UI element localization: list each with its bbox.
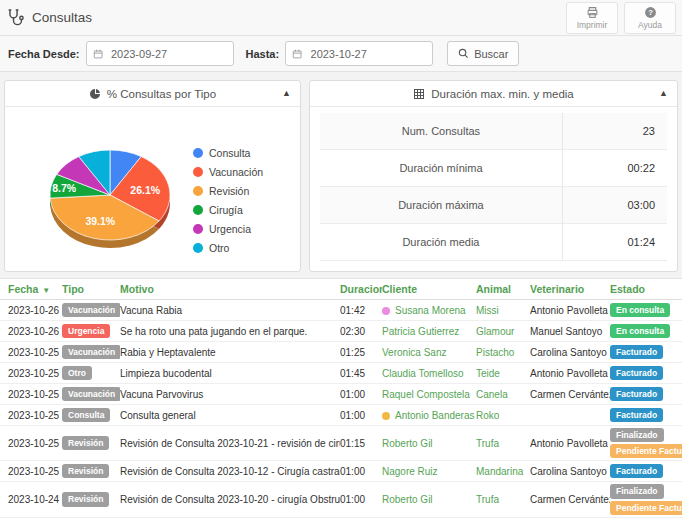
cell-animal-link[interactable]: Glamour bbox=[476, 326, 530, 337]
stethoscope-icon bbox=[6, 8, 25, 27]
cell-cliente-link[interactable]: Antonio Banderas bbox=[382, 410, 476, 421]
column-header-fecha[interactable]: Fecha▼ bbox=[8, 283, 62, 295]
cell-fecha: 2023-10-24 bbox=[8, 494, 62, 505]
collapse-caret-icon[interactable]: ▲ bbox=[659, 88, 668, 98]
cell-cliente-link[interactable]: Nagore Ruiz bbox=[382, 466, 476, 477]
help-button[interactable]: ? Ayuda bbox=[624, 2, 676, 34]
date-from-input[interactable] bbox=[111, 48, 227, 60]
cell-veterinario: Manuel Santoyo bbox=[530, 326, 610, 337]
stats-row: Duración mínima 00:22 bbox=[320, 150, 667, 187]
cell-veterinario: Carmen Cervántez bbox=[530, 494, 610, 505]
pie-chart-panel: % Consultas por Tipo ▲ 26.1%39.1%8.7% Co… bbox=[4, 80, 301, 272]
tipo-badge: Revisión bbox=[62, 492, 109, 506]
cell-estado: Facturado bbox=[610, 406, 682, 424]
cell-estado: FinalizadoPendiente Facturar bbox=[610, 482, 682, 516]
cell-animal-link[interactable]: Trufa bbox=[476, 494, 530, 505]
column-header-motivo: Motivo bbox=[120, 283, 340, 295]
legend-dot bbox=[193, 243, 203, 253]
legend-item-Vacunación[interactable]: Vacunación bbox=[193, 166, 263, 178]
legend-item-Urgencia[interactable]: Urgencia bbox=[193, 223, 263, 235]
cell-estado: Facturado bbox=[610, 462, 682, 480]
stats-label: Duración mínima bbox=[320, 150, 563, 186]
cell-cliente-link[interactable]: Raquel Compostela bbox=[382, 389, 476, 400]
table-row: 2023-10-26 Urgencia Se ha roto una pata … bbox=[0, 321, 682, 342]
table-row: 2023-10-25 Consulta Consulta general 01:… bbox=[0, 405, 682, 426]
estado-badge: Finalizado bbox=[610, 484, 664, 498]
page-title: Consultas bbox=[6, 8, 92, 27]
duration-stats-panel: Duración max. min. y media ▲ Num. Consul… bbox=[309, 80, 678, 272]
legend-item-Revisión[interactable]: Revisión bbox=[193, 185, 263, 197]
cell-cliente-link[interactable]: Claudia Tomelloso bbox=[382, 368, 476, 379]
table-row: 2023-10-25 Vacunación Vacuna Parvovirus … bbox=[0, 384, 682, 405]
search-button[interactable]: Buscar bbox=[447, 41, 519, 66]
calendar-icon bbox=[93, 48, 103, 60]
legend-item-Otro[interactable]: Otro bbox=[193, 242, 263, 254]
table-row: 2023-10-25 Vacunación Rabia y Heptavalen… bbox=[0, 342, 682, 363]
legend-label: Revisión bbox=[209, 185, 249, 197]
cell-duracion: 01:15 bbox=[340, 438, 382, 449]
legend-dot bbox=[193, 167, 203, 177]
cell-cliente-link[interactable]: Susana Morena bbox=[382, 305, 476, 316]
stats-table: Num. Consultas 23Duración mínima 00:22Du… bbox=[320, 113, 667, 261]
stats-label: Num. Consultas bbox=[320, 113, 563, 149]
cell-cliente-link[interactable]: Veronica Sanz bbox=[382, 347, 476, 358]
cell-cliente-link[interactable]: Patricia Gutierrez bbox=[382, 326, 476, 337]
cell-veterinario: Carmen Cervántez bbox=[530, 389, 610, 400]
cell-animal-link[interactable]: Trufa bbox=[476, 438, 530, 449]
date-to-label: Hasta: bbox=[246, 48, 280, 60]
cell-estado: En consulta bbox=[610, 322, 682, 340]
cell-cliente-link[interactable]: Roberto Gil bbox=[382, 438, 476, 449]
search-icon bbox=[458, 48, 469, 59]
date-from-label: Fecha Desde: bbox=[8, 48, 80, 60]
legend-label: Vacunación bbox=[209, 166, 263, 178]
cell-animal-link[interactable]: Roko bbox=[476, 410, 530, 421]
legend-label: Otro bbox=[209, 242, 229, 254]
cell-animal-link[interactable]: Pistacho bbox=[476, 347, 530, 358]
legend-item-Cirugía[interactable]: Cirugía bbox=[193, 204, 263, 216]
legend-label: Consulta bbox=[209, 147, 250, 159]
pie-panel-body: 26.1%39.1%8.7% Consulta Vacunación Revis… bbox=[5, 107, 300, 271]
tipo-badge: Vacunación bbox=[62, 387, 120, 401]
cell-animal-link[interactable]: Mandarina bbox=[476, 466, 530, 477]
cell-fecha: 2023-10-25 bbox=[8, 438, 62, 449]
estado-badge: Facturado bbox=[610, 387, 663, 401]
column-header-animal: Animal bbox=[476, 283, 530, 295]
cell-fecha: 2023-10-25 bbox=[8, 466, 62, 477]
stats-panel-header: Duración max. min. y media ▲ bbox=[310, 81, 677, 107]
cell-estado: Facturado bbox=[610, 364, 682, 382]
calendar-icon bbox=[292, 48, 302, 60]
tipo-badge: Revisión bbox=[62, 436, 109, 450]
cell-motivo: Limpieza bucodental bbox=[120, 368, 340, 379]
search-button-label: Buscar bbox=[474, 48, 508, 60]
legend-label: Urgencia bbox=[209, 223, 251, 235]
cell-estado: FinalizadoPendiente Facturar bbox=[610, 426, 682, 460]
estado-badge: Facturado bbox=[610, 366, 663, 380]
pie-legend: Consulta Vacunación Revisión Cirugía Urg… bbox=[193, 147, 263, 261]
cell-motivo: Se ha roto una pata jugando en el parque… bbox=[120, 326, 340, 337]
help-icon: ? bbox=[644, 6, 657, 19]
cell-tipo: Vacunación bbox=[62, 303, 120, 317]
pie-chart-icon bbox=[89, 88, 101, 100]
estado-badge: Facturado bbox=[610, 345, 663, 359]
cell-animal-link[interactable]: Teide bbox=[476, 368, 530, 379]
cell-fecha: 2023-10-25 bbox=[8, 389, 62, 400]
cell-animal-link[interactable]: Missi bbox=[476, 305, 530, 316]
cell-tipo: Revisión bbox=[62, 464, 120, 478]
print-button[interactable]: Imprimir bbox=[566, 2, 618, 34]
date-to-input[interactable] bbox=[311, 48, 427, 60]
legend-label: Cirugía bbox=[209, 204, 243, 216]
stats-label: Duración máxima bbox=[320, 187, 563, 223]
cell-tipo: Revisión bbox=[62, 492, 120, 506]
table-row: 2023-10-26 Vacunación Vacuna Rabia 01:42… bbox=[0, 300, 682, 321]
cell-motivo: Vacuna Rabia bbox=[120, 305, 340, 316]
table-icon bbox=[413, 88, 425, 100]
collapse-caret-icon[interactable]: ▲ bbox=[282, 88, 291, 98]
cell-veterinario: Carolina Santoyo bbox=[530, 466, 610, 477]
legend-dot bbox=[193, 148, 203, 158]
legend-item-Consulta[interactable]: Consulta bbox=[193, 147, 263, 159]
cell-animal-link[interactable]: Canela bbox=[476, 389, 530, 400]
help-button-label: Ayuda bbox=[638, 20, 662, 30]
tipo-badge: Revisión bbox=[62, 464, 109, 478]
table-row: 2023-10-25 Revisión Revisión de Consulta… bbox=[0, 461, 682, 482]
cell-cliente-link[interactable]: Roberto Gil bbox=[382, 494, 476, 505]
